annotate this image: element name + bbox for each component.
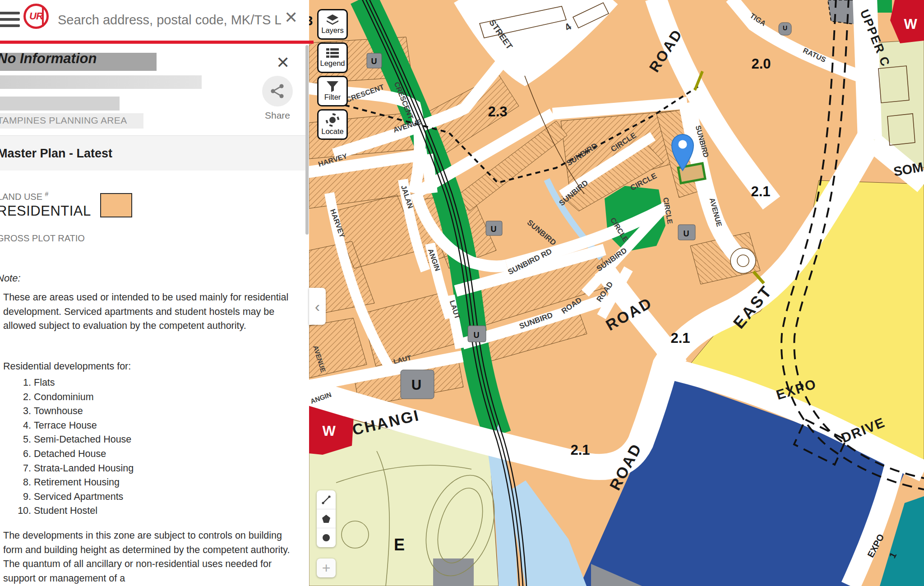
- circle-icon: [322, 533, 331, 542]
- share-label: Share: [258, 110, 297, 121]
- controls-text: The developments in this zone are subjec…: [3, 529, 290, 586]
- polygon-tool-button[interactable]: [317, 509, 336, 528]
- filter-label: Filter: [324, 93, 341, 102]
- skeleton-bar: TAMPINES PLANNING AREA: [0, 113, 143, 129]
- list-item: Flats: [34, 376, 274, 390]
- panel-collapse-button[interactable]: ‹: [309, 288, 326, 325]
- map-canvas[interactable]: STREET4ROADTIGARATUSUPPER CSOMCRESCENTCR…: [309, 0, 924, 586]
- map-label: 3: [309, 13, 313, 28]
- locate-icon: [326, 113, 339, 127]
- panel-close-icon[interactable]: ✕: [276, 53, 290, 72]
- map-label: 2.0: [751, 56, 771, 72]
- legend-label: Legend: [320, 59, 345, 68]
- map-label: U: [371, 57, 377, 66]
- map-label: U: [783, 24, 787, 32]
- draw-tools: [317, 490, 336, 547]
- share-icon: [270, 83, 285, 99]
- map-label: E: [394, 535, 405, 554]
- list-item: Semi-Detached House: [34, 433, 274, 447]
- list-item: Detached House: [34, 447, 274, 461]
- skeleton-bar: [0, 75, 202, 89]
- list-item: Townhouse: [34, 404, 274, 419]
- sidebar-scrollbar[interactable]: [305, 45, 309, 235]
- layers-button[interactable]: Layers: [317, 9, 348, 40]
- map-label: U: [411, 377, 421, 393]
- residential-list-wrap: FlatsCondominiumTownhouseTerrace HouseSe…: [3, 376, 274, 518]
- locate-label: Locate: [321, 127, 344, 136]
- search-clear-icon[interactable]: ✕: [284, 8, 298, 27]
- map-label: W: [904, 16, 917, 32]
- list-item: Serviced Apartments: [34, 490, 274, 504]
- menu-icon[interactable]: [0, 12, 20, 30]
- plus-icon: +: [322, 560, 331, 577]
- map-label: 2.1: [570, 442, 590, 458]
- map-label: W: [322, 423, 336, 439]
- layers-label: Layers: [321, 26, 344, 35]
- filter-button[interactable]: Filter: [317, 76, 348, 106]
- map-label: 2.1: [670, 330, 690, 346]
- gross-plot-ratio-label: GROSS PLOT RATIO: [0, 233, 85, 244]
- accent-divider: [0, 41, 314, 44]
- list-item: Condominium: [34, 390, 274, 405]
- chevron-left-icon: ‹: [315, 298, 320, 315]
- layers-icon: [326, 14, 339, 26]
- locate-button[interactable]: Locate: [317, 109, 348, 140]
- measure-icon: [321, 495, 331, 505]
- residential-intro: Residential developments for:: [3, 360, 290, 374]
- legend-button[interactable]: Legend: [317, 42, 348, 73]
- panel-title: No Information: [0, 51, 97, 67]
- list-item: Student Hostel: [34, 504, 274, 518]
- measure-tool-button[interactable]: [317, 490, 336, 509]
- title-highlight-bar: No Information: [0, 53, 157, 71]
- note-text: These are areas used or intended to be u…: [3, 291, 290, 333]
- map-label: 2.1: [751, 184, 770, 199]
- share-button[interactable]: [262, 76, 293, 106]
- map-label: U: [474, 331, 480, 340]
- planning-area-label: TAMPINES PLANNING AREA: [0, 115, 127, 126]
- map-controls: Layers Legend Filter Locate: [317, 9, 348, 140]
- filter-icon: [326, 81, 339, 92]
- list-item: Terrace House: [34, 419, 274, 433]
- land-use-value: RESIDENTIAL: [0, 203, 91, 219]
- residential-list: FlatsCondominiumTownhouseTerrace HouseSe…: [3, 376, 274, 518]
- land-use-label: LAND USE #: [0, 190, 48, 202]
- circle-tool-button[interactable]: [317, 528, 336, 547]
- skeleton-bar: [0, 97, 120, 111]
- list-item: Retirement Housing: [34, 475, 274, 490]
- info-sidebar: UR ✕ No Information ✕ TAMPINES PLANNING …: [0, 0, 309, 586]
- search-input[interactable]: [58, 10, 281, 30]
- ura-map-app: STREET4ROADTIGARATUSUPPER CSOMCRESCENTCR…: [0, 0, 924, 586]
- land-use-color-swatch: [100, 193, 132, 217]
- map-label: U: [491, 225, 497, 234]
- polygon-icon: [322, 514, 331, 523]
- ura-logo: UR: [23, 4, 49, 29]
- map-label: U: [684, 229, 689, 238]
- list-item: Strata-Landed Housing: [34, 461, 274, 476]
- section-header: Master Plan - Latest: [0, 135, 309, 171]
- map-label: 2.3: [488, 104, 507, 120]
- search-bar: UR ✕: [0, 0, 309, 41]
- legend-icon: [326, 48, 339, 59]
- note-label: Note:: [0, 272, 21, 284]
- section-title: Master Plan - Latest: [0, 136, 112, 171]
- zoom-in-button[interactable]: +: [317, 558, 336, 577]
